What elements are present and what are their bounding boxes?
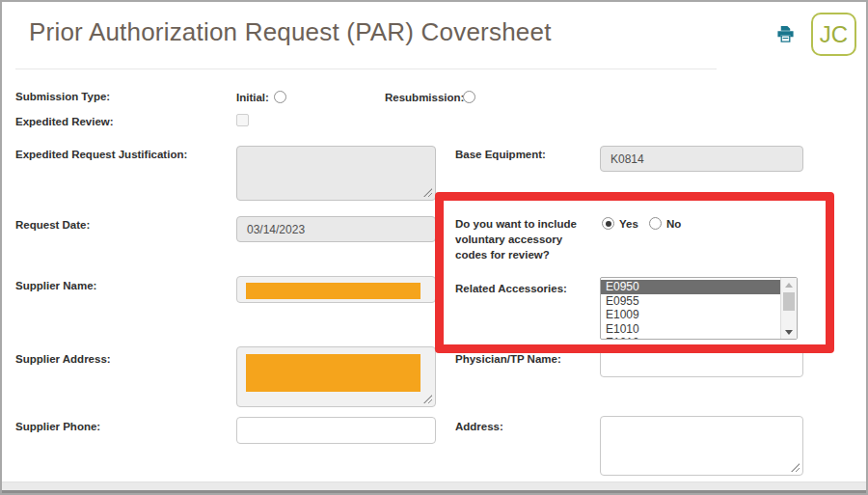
related-accessories-options: E0950E0955E1009E1010E1012 <box>601 278 780 339</box>
physician-name-input[interactable] <box>600 345 803 377</box>
expedited-review-label: Expedited Review: <box>15 115 114 129</box>
resubmission-option-label: Resubmission: <box>385 91 464 105</box>
expedited-justification-field-wrap <box>236 146 436 201</box>
voluntary-yes-label: Yes <box>619 217 638 232</box>
print-button[interactable] <box>774 25 796 46</box>
request-date-label: Request Date: <box>15 218 90 233</box>
resubmission-radio[interactable] <box>463 91 475 103</box>
list-option[interactable]: E1010 <box>601 322 780 337</box>
scrollbar-thumb[interactable] <box>783 292 795 311</box>
voluntary-no-label: No <box>666 217 681 232</box>
supplier-name-label: Supplier Name: <box>15 279 96 293</box>
expedited-justification-textarea[interactable] <box>237 147 435 200</box>
listbox-scrollbar[interactable] <box>780 278 797 339</box>
print-icon <box>776 25 795 47</box>
scroll-up-arrow-icon[interactable] <box>781 278 797 291</box>
list-option[interactable]: E0955 <box>601 294 780 309</box>
page-title: Prior Authorization Request (PAR) Covers… <box>29 17 552 47</box>
par-coversheet-window: Prior Authorization Request (PAR) Covers… <box>0 0 868 495</box>
related-accessories-listbox[interactable]: E0950E0955E1009E1010E1012 <box>600 277 798 340</box>
supplier-phone-label: Supplier Phone: <box>15 420 100 434</box>
supplier-address-label: Supplier Address: <box>15 352 111 367</box>
redaction-block <box>246 354 420 392</box>
list-option[interactable]: E1009 <box>601 308 780 322</box>
user-avatar-badge[interactable]: JC <box>811 13 856 56</box>
voluntary-no-radio[interactable] <box>649 217 662 230</box>
voluntary-accessory-question-label: Do you want to include voluntary accesso… <box>455 216 590 262</box>
supplier-name-field-wrap <box>236 276 436 303</box>
scroll-down-arrow-icon[interactable] <box>781 325 797 339</box>
request-date-input[interactable] <box>236 216 436 242</box>
address-field-wrap <box>600 416 803 476</box>
physician-name-label: Physician/TP Name: <box>455 352 561 367</box>
expedited-review-checkbox[interactable] <box>236 114 249 126</box>
list-option[interactable]: E0950 <box>601 280 780 294</box>
supplier-phone-input[interactable] <box>236 417 436 444</box>
initial-radio[interactable] <box>274 91 286 103</box>
list-option[interactable]: E1012 <box>601 336 780 339</box>
address-textarea[interactable] <box>601 417 802 475</box>
redaction-block <box>246 283 420 299</box>
initial-option-label: Initial: <box>236 91 269 105</box>
base-equipment-input[interactable] <box>600 146 803 172</box>
address-label: Address: <box>455 420 503 434</box>
related-accessories-label: Related Accessories: <box>455 282 567 296</box>
submission-type-label: Submission Type: <box>15 90 110 104</box>
header-divider <box>15 69 717 69</box>
voluntary-yes-radio[interactable] <box>602 217 614 230</box>
supplier-address-field-wrap <box>236 346 436 407</box>
window-bottom-border <box>2 490 866 493</box>
expedited-justification-label: Expedited Request Justification: <box>15 148 232 162</box>
base-equipment-label: Base Equipment: <box>455 148 546 162</box>
